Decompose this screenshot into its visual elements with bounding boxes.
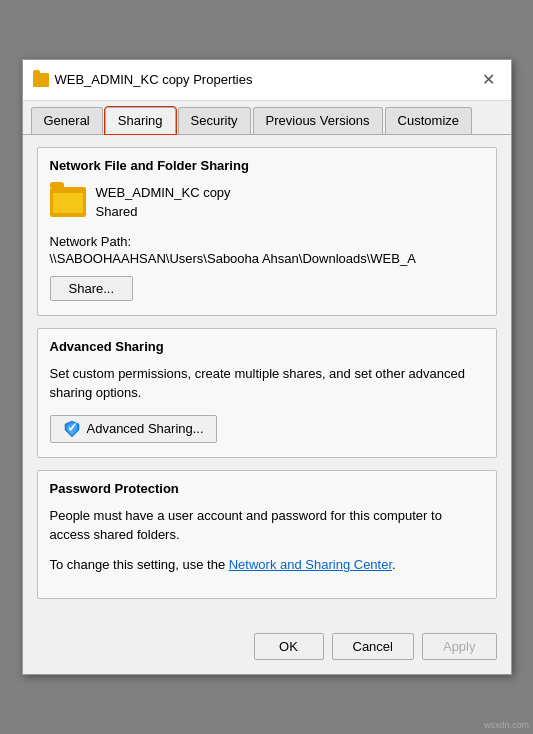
- password-desc: People must have a user account and pass…: [50, 506, 484, 545]
- cancel-button[interactable]: Cancel: [332, 633, 414, 660]
- share-button[interactable]: Share...: [50, 276, 134, 301]
- shield-icon: ✓: [63, 420, 81, 438]
- network-sharing-section: Network File and Folder Sharing WEB_ADMI…: [37, 147, 497, 316]
- ok-button[interactable]: OK: [254, 633, 324, 660]
- tab-customize[interactable]: Customize: [385, 107, 472, 134]
- properties-dialog: WEB_ADMIN_KC copy Properties ✕ General S…: [22, 59, 512, 676]
- network-sharing-center-link[interactable]: Network and Sharing Center: [229, 557, 392, 572]
- title-bar-left: WEB_ADMIN_KC copy Properties: [33, 72, 253, 87]
- svg-text:✓: ✓: [66, 420, 77, 435]
- window-title: WEB_ADMIN_KC copy Properties: [55, 72, 253, 87]
- advanced-sharing-button[interactable]: ✓ Advanced Sharing...: [50, 415, 217, 443]
- change-setting-text: To change this setting, use the Network …: [50, 555, 484, 575]
- advanced-sharing-desc: Set custom permissions, create multiple …: [50, 364, 484, 403]
- apply-button[interactable]: Apply: [422, 633, 497, 660]
- tab-security[interactable]: Security: [178, 107, 251, 134]
- folder-icon: [33, 73, 49, 87]
- watermark: wsxdn.com: [484, 720, 529, 730]
- folder-status: Shared: [96, 202, 231, 222]
- password-protection-section: Password Protection People must have a u…: [37, 470, 497, 600]
- button-bar: OK Cancel Apply: [23, 623, 511, 674]
- advanced-sharing-title: Advanced Sharing: [50, 339, 484, 354]
- tab-previous-versions[interactable]: Previous Versions: [253, 107, 383, 134]
- tab-sharing[interactable]: Sharing: [105, 107, 176, 134]
- folder-info: WEB_ADMIN_KC copy Shared: [50, 183, 484, 222]
- advanced-sharing-btn-label: Advanced Sharing...: [87, 421, 204, 436]
- close-button[interactable]: ✕: [477, 68, 501, 92]
- title-bar: WEB_ADMIN_KC copy Properties ✕: [23, 60, 511, 101]
- tab-bar: General Sharing Security Previous Versio…: [23, 101, 511, 135]
- password-protection-title: Password Protection: [50, 481, 484, 496]
- tab-general[interactable]: General: [31, 107, 103, 134]
- advanced-sharing-section: Advanced Sharing Set custom permissions,…: [37, 328, 497, 458]
- network-path-value: \\SABOOHAAHSAN\Users\Sabooha Ahsan\Downl…: [50, 251, 484, 266]
- folder-large-icon: [50, 187, 86, 217]
- change-text-suffix: .: [392, 557, 396, 572]
- network-path-label: Network Path:: [50, 234, 484, 249]
- change-text-prefix: To change this setting, use the: [50, 557, 229, 572]
- folder-name: WEB_ADMIN_KC copy: [96, 183, 231, 203]
- tab-content: Network File and Folder Sharing WEB_ADMI…: [23, 135, 511, 624]
- folder-name-block: WEB_ADMIN_KC copy Shared: [96, 183, 231, 222]
- network-sharing-title: Network File and Folder Sharing: [50, 158, 484, 173]
